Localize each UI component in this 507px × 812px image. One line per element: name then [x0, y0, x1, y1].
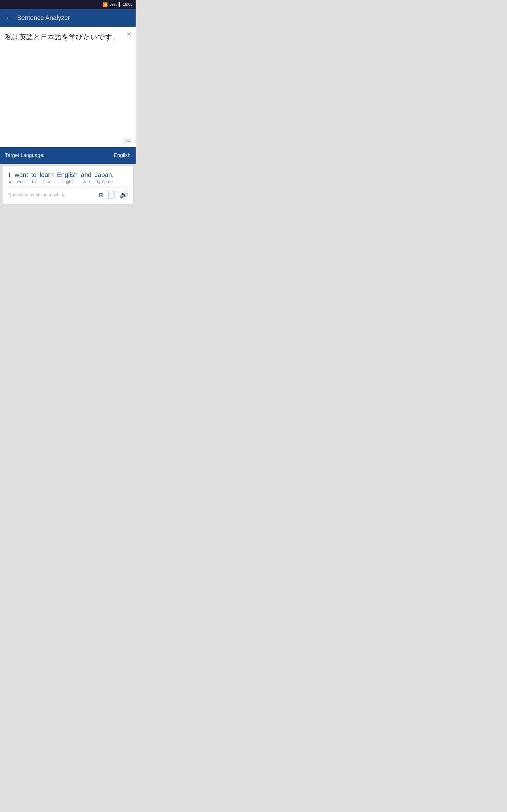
- word-item[interactable]: Englishˈɪŋglɪʃ: [57, 171, 78, 184]
- input-text: 私は英語と日本語を学びたいです。: [5, 32, 130, 42]
- target-language-label: Target Language:: [0, 153, 68, 158]
- translation-card: IaɪwantwɒnttotəlearnlɜːnEnglishˈɪŋglɪʃan…: [3, 166, 133, 204]
- translated-words-row: IaɪwantwɒnttotəlearnlɜːnEnglishˈɪŋglɪʃan…: [8, 171, 128, 184]
- word-text[interactable]: Japan.: [95, 171, 114, 179]
- footer-action-icons: ⧆ 📄 🔊: [99, 191, 128, 199]
- word-text[interactable]: English: [57, 171, 78, 179]
- word-text[interactable]: want: [14, 171, 28, 179]
- external-link-icon[interactable]: ⧆: [99, 191, 103, 199]
- clock: 18:05: [123, 2, 132, 7]
- word-item[interactable]: andənd: [81, 171, 91, 184]
- word-item[interactable]: wantwɒnt: [14, 171, 28, 184]
- char-count: 184: [123, 138, 130, 143]
- word-phonetic: ˈɪŋglɪʃ: [62, 179, 73, 184]
- word-item[interactable]: totə: [31, 171, 37, 184]
- word-phonetic: dʒəˈpæn: [96, 179, 112, 184]
- word-phonetic: lɜːn: [43, 179, 50, 184]
- word-text[interactable]: I: [9, 171, 10, 179]
- target-language-bar[interactable]: Target Language: English: [0, 147, 135, 164]
- background-area: [0, 206, 135, 334]
- word-phonetic: ənd: [83, 179, 90, 184]
- status-icons: 📶 69% ▌ 18:05: [103, 2, 132, 7]
- clear-button[interactable]: ✕: [126, 31, 132, 38]
- battery-icon: ▌: [118, 2, 121, 7]
- status-bar: 📶 69% ▌ 18:05: [0, 0, 135, 9]
- translation-footer: Translated by online machine ⧆ 📄 🔊: [8, 191, 128, 199]
- word-text[interactable]: learn: [40, 171, 54, 179]
- divider: [8, 187, 128, 188]
- translation-source: Translated by online machine: [8, 192, 99, 197]
- word-phonetic: tə: [32, 179, 36, 184]
- word-item[interactable]: Iaɪ: [8, 171, 11, 184]
- word-item[interactable]: learnlɜːn: [40, 171, 54, 184]
- word-text[interactable]: and: [81, 171, 91, 179]
- app-bar: ← Sentence Analyzer: [0, 9, 135, 27]
- battery-percentage: 69%: [109, 2, 117, 7]
- word-phonetic: wɒnt: [17, 179, 26, 184]
- text-input-area[interactable]: 私は英語と日本語を学びたいです。 ✕ 184: [0, 27, 135, 147]
- word-phonetic: aɪ: [8, 179, 11, 184]
- speaker-icon[interactable]: 🔊: [119, 191, 128, 199]
- word-item[interactable]: Japan.dʒəˈpæn: [95, 171, 114, 184]
- app-title: Sentence Analyzer: [17, 14, 70, 21]
- word-text[interactable]: to: [31, 171, 37, 179]
- target-language-value[interactable]: English: [68, 153, 135, 158]
- back-button[interactable]: ←: [5, 14, 12, 22]
- document-icon[interactable]: 📄: [107, 191, 116, 199]
- wifi-icon: 📶: [103, 2, 108, 7]
